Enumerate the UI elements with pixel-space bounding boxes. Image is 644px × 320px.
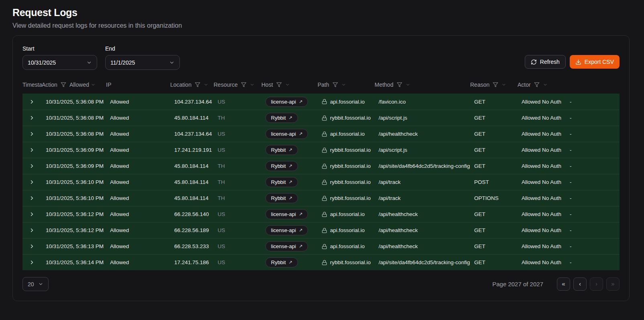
row-location: US xyxy=(214,131,261,137)
expand-row-button[interactable] xyxy=(28,226,36,234)
chevron-down-icon[interactable] xyxy=(204,82,208,87)
filter-icon[interactable] xyxy=(332,82,338,88)
expand-row-button[interactable] xyxy=(28,194,36,202)
chevron-down-icon[interactable] xyxy=(285,82,290,87)
chevron-right-icon xyxy=(29,99,35,105)
table-row[interactable]: 10/31/2025, 5:36:08 PM Allowed 45.80.184… xyxy=(22,110,620,126)
expand-row-button[interactable] xyxy=(28,178,36,186)
row-actor: - xyxy=(566,179,620,185)
row-ip: 104.237.134.64 xyxy=(170,131,214,137)
resource-name: Rybbit xyxy=(271,115,286,121)
row-reason: Allowed No Auth xyxy=(518,163,566,169)
chevron-down-icon[interactable] xyxy=(501,82,506,87)
page-size-select[interactable]: 20 xyxy=(22,277,49,291)
filter-icon[interactable] xyxy=(493,82,498,88)
table-row[interactable]: 10/31/2025, 5:36:12 PM Allowed 66.228.56… xyxy=(22,206,620,222)
chevron-down-icon[interactable] xyxy=(91,82,96,87)
table-row[interactable]: 10/31/2025, 5:36:08 PM Allowed 104.237.1… xyxy=(22,126,620,142)
resource-badge[interactable]: license-api ↗ xyxy=(265,97,308,107)
table-row[interactable]: 10/31/2025, 5:36:13 PM Allowed 66.228.53… xyxy=(22,238,620,254)
chevron-down-icon[interactable] xyxy=(341,82,346,87)
row-location: TH xyxy=(214,195,261,201)
expand-row-button[interactable] xyxy=(28,130,36,138)
row-action: Allowed xyxy=(106,259,170,265)
row-location: US xyxy=(214,243,261,249)
resource-badge[interactable]: Rybbit ↗ xyxy=(265,193,298,203)
filter-icon[interactable] xyxy=(61,82,66,88)
resource-badge[interactable]: Rybbit ↗ xyxy=(265,161,298,171)
table-row[interactable]: 10/31/2025, 5:36:09 PM Allowed 45.80.184… xyxy=(22,158,620,174)
resource-badge[interactable]: license-api ↗ xyxy=(265,209,308,219)
column-label: IP xyxy=(106,82,111,88)
expand-row-button[interactable] xyxy=(28,259,36,266)
column-label: Reason xyxy=(470,82,489,88)
previous-page-button[interactable]: ‹ xyxy=(573,277,587,291)
row-ip: 17.241.219.191 xyxy=(170,147,214,153)
resource-badge[interactable]: Rybbit ↗ xyxy=(265,113,298,123)
resource-badge[interactable]: Rybbit ↗ xyxy=(265,177,298,187)
chevron-down-icon[interactable] xyxy=(543,82,548,87)
row-action: Allowed xyxy=(106,131,170,137)
chevron-down-icon xyxy=(169,60,175,65)
row-reason: Allowed No Auth xyxy=(518,195,566,201)
row-action: Allowed xyxy=(106,147,170,153)
expand-row-button[interactable] xyxy=(28,243,36,250)
table-row[interactable]: 10/31/2025, 5:36:10 PM Allowed 45.80.184… xyxy=(22,174,620,190)
row-location: US xyxy=(214,99,261,105)
row-path: /api/healthcheck xyxy=(375,227,470,233)
expand-row-button[interactable] xyxy=(28,146,36,154)
refresh-button[interactable]: Refresh xyxy=(525,55,566,69)
filter-icon[interactable] xyxy=(534,82,540,88)
table-row[interactable]: 10/31/2025, 5:36:10 PM Allowed 45.80.184… xyxy=(22,190,620,206)
filter-icon[interactable] xyxy=(276,82,282,88)
first-page-button[interactable]: « xyxy=(557,277,570,291)
lock-icon xyxy=(322,228,327,233)
resource-badge[interactable]: license-api ↗ xyxy=(265,225,308,235)
expand-row-button[interactable] xyxy=(28,98,36,106)
filter-icon[interactable] xyxy=(397,82,402,88)
resource-badge[interactable]: Rybbit ↗ xyxy=(265,145,298,155)
expand-row-button[interactable] xyxy=(28,114,36,122)
start-date-label: Start xyxy=(22,45,97,52)
resource-badge[interactable]: license-api ↗ xyxy=(265,129,308,139)
filter-icon[interactable] xyxy=(195,82,200,88)
expand-row-button[interactable] xyxy=(28,210,36,218)
external-link-icon: ↗ xyxy=(289,163,292,169)
row-ip: 45.80.184.114 xyxy=(170,163,214,169)
resource-badge[interactable]: Rybbit ↗ xyxy=(265,257,298,267)
expand-row-button[interactable] xyxy=(28,162,36,170)
row-reason: Allowed No Auth xyxy=(518,179,566,185)
row-path: /api/track xyxy=(375,195,470,201)
row-host: rybbit.fossorial.io xyxy=(330,115,371,121)
resource-name: Rybbit xyxy=(271,259,286,265)
row-method: POST xyxy=(470,179,518,185)
export-csv-button[interactable]: Export CSV xyxy=(570,55,620,69)
table-row[interactable]: 10/31/2025, 5:36:14 PM Allowed 17.241.75… xyxy=(22,254,620,270)
next-page-button[interactable]: › xyxy=(590,277,603,291)
pagination-buttons: « ‹ › » xyxy=(557,277,620,291)
resource-name: license-api xyxy=(271,99,296,105)
lock-icon xyxy=(322,99,327,104)
external-link-icon: ↗ xyxy=(289,260,292,265)
last-page-button[interactable]: » xyxy=(606,277,620,291)
table-row[interactable]: 10/31/2025, 5:36:09 PM Allowed 17.241.21… xyxy=(22,142,620,158)
row-ip: 45.80.184.114 xyxy=(170,195,214,201)
external-link-icon: ↗ xyxy=(289,196,292,201)
row-actor: - xyxy=(566,131,620,137)
chevron-down-icon[interactable] xyxy=(406,82,410,87)
row-reason: Allowed No Auth xyxy=(518,131,566,137)
table-row[interactable]: 10/31/2025, 5:36:08 PM Allowed 104.237.1… xyxy=(22,94,620,110)
chevron-down-icon[interactable] xyxy=(250,82,255,87)
filter-icon[interactable] xyxy=(241,82,247,88)
filter-value[interactable]: Allowed xyxy=(69,82,89,88)
row-actor: - xyxy=(566,211,620,217)
start-date-select[interactable]: 10/31/2025 xyxy=(22,55,97,70)
resource-badge[interactable]: license-api ↗ xyxy=(265,241,308,251)
end-date-label: End xyxy=(105,45,180,52)
row-method: GET xyxy=(470,227,518,233)
external-link-icon: ↗ xyxy=(299,244,302,249)
column-label: Action xyxy=(42,82,57,88)
table-row[interactable]: 10/31/2025, 5:36:12 PM Allowed 66.228.56… xyxy=(22,222,620,238)
refresh-icon xyxy=(531,59,537,65)
end-date-select[interactable]: 11/1/2025 xyxy=(105,55,180,70)
